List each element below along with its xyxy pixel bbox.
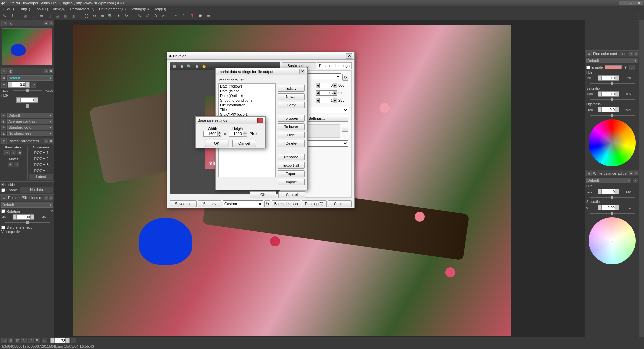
imprint-item[interactable]: SILKYPIX logo 1 — [219, 112, 275, 117]
menu-edit[interactable]: Edit(E) — [17, 7, 32, 11]
fullscreen-icon[interactable]: ⛶ — [637, 13, 643, 19]
rotation-input[interactable] — [17, 214, 30, 220]
menu-file[interactable]: File(F) — [1, 7, 16, 11]
param3-icon[interactable]: ✱ — [17, 150, 22, 155]
val2-increase[interactable]: ▶ — [333, 90, 337, 96]
color-preset-icon[interactable]: ✎ — [1, 125, 6, 130]
imprint-item[interactable]: Shooting conditions — [219, 98, 275, 103]
ev-arrow-icon[interactable]: ↗ — [31, 82, 36, 88]
ev-slider[interactable] — [13, 89, 42, 93]
contrast-icon[interactable]: ◐ — [1, 119, 6, 124]
dev-zoomout-icon[interactable]: ⊖ — [178, 63, 185, 70]
panel-pin-icon[interactable]: ⇥ — [44, 69, 48, 73]
imprint-item[interactable]: File information — [219, 103, 275, 107]
imprint-item[interactable]: Date (White) — [219, 89, 275, 93]
fc-hue-slider[interactable] — [590, 82, 635, 86]
layout4-icon[interactable]: ▥ — [62, 13, 68, 19]
panel-pin-icon[interactable]: ⇥ — [44, 196, 48, 200]
imprint-export-button[interactable]: Export — [278, 170, 305, 177]
finecolor-swatch[interactable] — [605, 65, 622, 69]
wb-hue-slider[interactable] — [590, 195, 635, 199]
val1-decrease[interactable]: ◀ — [316, 83, 320, 88]
exposure-preset-combo[interactable]: Default▼ — [7, 75, 53, 81]
wand-icon[interactable]: ✦ — [115, 13, 121, 19]
bt-icon-7[interactable]: ▭ — [42, 338, 47, 343]
imprint-item[interactable]: Date (Yellow) — [219, 84, 275, 89]
width-down[interactable]: ▼ — [217, 134, 221, 137]
room-3[interactable]: ROOM 3 — [29, 162, 53, 168]
zoom-icon[interactable]: 🔍 — [107, 13, 113, 19]
brush-icon[interactable]: ✎ — [1, 13, 7, 19]
imprint-exportall-button[interactable]: Export all — [278, 162, 305, 169]
sharpness-icon[interactable]: ▲ — [1, 131, 6, 136]
nav-icon[interactable]: ⬚ — [1, 21, 7, 26]
zoomout-icon[interactable]: ⊖ — [91, 13, 97, 19]
finecolor-picker-icon[interactable]: ↗ — [629, 65, 635, 70]
batch-develop-button[interactable]: Batch develop — [272, 200, 300, 207]
tool3-icon[interactable]: ⬡ — [152, 13, 158, 19]
vertical-scrollbar[interactable] — [639, 20, 644, 337]
shift-check[interactable]: Shift lens effect — [1, 225, 53, 229]
imprint-rename-button[interactable]: Rename — [278, 154, 305, 160]
bt-icon-5[interactable]: ↺ — [28, 338, 34, 343]
rot-decrease[interactable]: ◀ — [13, 214, 17, 220]
custom-combo[interactable]: Custom — [223, 200, 263, 207]
rotation-slider[interactable] — [5, 221, 50, 225]
imprint-item[interactable]: Date (Outline) — [219, 93, 275, 98]
val1-increase[interactable]: ▶ — [333, 83, 337, 88]
room-4[interactable]: ROOM 4 — [29, 168, 53, 174]
imprint-cancel-button[interactable]: Cancel — [278, 191, 305, 198]
imprint-copy-button[interactable]: Copy — [278, 102, 305, 108]
dev-zoom-icon[interactable]: 🔍 — [186, 63, 193, 70]
wb-wheel[interactable]: ✦ — [589, 217, 636, 264]
exposure-icon[interactable]: ☀ — [1, 68, 7, 74]
imprint-hide-button[interactable]: Hide — [278, 132, 305, 138]
sharpness-combo[interactable]: No sharpness▼ — [7, 131, 53, 136]
imprint-edit-button[interactable]: Edit... — [278, 85, 305, 92]
bt-icon-2[interactable]: ▤ — [8, 338, 13, 343]
bt-icon-3[interactable]: ▥ — [15, 338, 20, 343]
wb-hue-input[interactable] — [602, 189, 615, 194]
panel-close-icon[interactable]: ✕ — [49, 69, 53, 73]
room-latest[interactable]: Latest — [29, 174, 53, 180]
fc-hue-input[interactable] — [602, 75, 615, 81]
panel-close-icon[interactable]: ✕ — [634, 171, 638, 175]
zoom-increase[interactable]: ▶ — [66, 338, 70, 343]
pin-icon[interactable]: 📍 — [189, 13, 195, 19]
param1-icon[interactable]: ✦ — [4, 150, 10, 155]
dropper-icon[interactable]: ✎ — [136, 13, 142, 19]
hdr-slider[interactable] — [5, 104, 50, 108]
height-input[interactable] — [229, 131, 243, 137]
ev-input[interactable] — [12, 82, 25, 88]
contrast-combo[interactable]: Average contrast▼ — [7, 119, 53, 124]
val2-decrease[interactable]: ◀ — [316, 90, 320, 96]
zoom-decrease[interactable]: ◀ — [50, 338, 54, 343]
tool4-icon[interactable]: ✂ — [160, 13, 166, 19]
develop-button[interactable]: Develop(D) — [302, 200, 327, 207]
imprint-delete-button[interactable]: Delete — [278, 140, 305, 147]
hotfolder-enable-check[interactable]: Enable — [1, 188, 18, 192]
imprint-tolower-button[interactable]: To lower — [278, 123, 305, 130]
imprint-new-button[interactable]: New... — [278, 93, 305, 100]
panel-pin-icon[interactable]: ⇥ — [629, 52, 633, 56]
bt-icon-4[interactable]: ↻ — [21, 338, 27, 343]
enhanced-refresh-1[interactable]: ↻ — [342, 74, 348, 81]
enhanced-up-button[interactable]: ↕ — [342, 125, 348, 132]
layout1-icon[interactable]: ▭ — [38, 13, 44, 19]
taste1-icon[interactable]: ✦ — [8, 162, 13, 167]
panel-close-icon[interactable]: ✕ — [49, 21, 53, 25]
layout2-icon[interactable]: ⬚ — [46, 13, 52, 19]
dual-icon[interactable]: ◫ — [70, 13, 76, 19]
hdr-decrease[interactable]: ◀ — [16, 97, 20, 103]
grid2-icon[interactable]: ▯ — [30, 13, 36, 19]
bt-icon-6[interactable]: 🔍 — [35, 338, 40, 343]
color-combo[interactable]: Standard color▼ — [7, 125, 53, 130]
width-up[interactable]: ▲ — [217, 131, 221, 134]
dev-hand-icon[interactable]: ✋ — [201, 63, 207, 70]
rot-increase[interactable]: ▶ — [30, 214, 34, 220]
dev-settings-button[interactable]: Settings — [198, 200, 221, 207]
cursor-icon[interactable]: ↖ — [8, 21, 13, 26]
menu-tools[interactable]: Tools(T) — [33, 7, 50, 11]
rotate-icon[interactable]: ↻ — [123, 13, 129, 19]
wb-preset-combo[interactable]: Default▼ — [7, 113, 53, 118]
